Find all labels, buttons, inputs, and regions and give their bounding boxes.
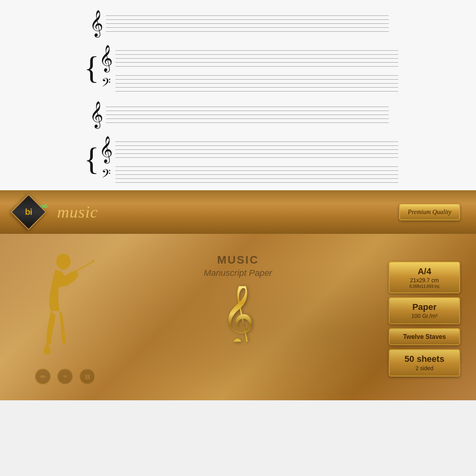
staves-badge: Twelve Staves — [389, 328, 460, 345]
bottom-icons: ✏ ≡ ⊟ — [35, 361, 95, 384]
bi-diamond: bi — [11, 194, 47, 230]
grand-treble-2: 𝄞 — [97, 138, 398, 161]
staff-lines-6 — [115, 166, 398, 182]
brace-1: { — [87, 47, 96, 91]
staff-row-1: 𝄞 — [87, 12, 389, 35]
band-header: bi music Premium Quality — [0, 190, 476, 234]
product-title: MUSIC — [217, 254, 259, 266]
conductor-svg — [16, 250, 95, 361]
paper-badge: Paper 100 Gr./m² — [389, 297, 460, 325]
manuscript-preview: 𝄞 { 𝄞 — [0, 0, 476, 190]
treble-clef-3: 𝄞 — [87, 103, 106, 126]
treble-clef-2: 𝄞 — [97, 47, 115, 70]
grand-staff-2: { 𝄞 𝄢 — [87, 138, 389, 182]
bi-label: bi — [25, 207, 32, 217]
staff-lines-3 — [115, 75, 398, 91]
staff-lines-1 — [106, 15, 389, 31]
brace-2: { — [87, 138, 96, 182]
info-badges: A/4 21x29.7 cm 8,268x11,693 inç Paper 10… — [389, 250, 460, 377]
conductor-area: ✏ ≡ ⊟ — [16, 250, 95, 384]
staff-lines-4 — [106, 107, 389, 122]
grand-staves-1: 𝄞 𝄢 — [97, 47, 398, 91]
treble-clef-1: 𝄞 — [87, 12, 106, 35]
treble-clef-4: 𝄞 — [97, 138, 115, 161]
grand-bass-1: 𝄢 — [97, 75, 398, 91]
paper-main: Paper — [395, 302, 454, 312]
grand-staff-1: { 𝄞 𝄢 — [87, 47, 389, 91]
gold-treble-clef: 𝄞 — [222, 286, 255, 342]
staff-lines-2 — [115, 50, 398, 66]
product-section: ✏ ≡ ⊟ MUSIC Manuscript Paper 𝄞 A/4 21x29… — [0, 234, 476, 400]
premium-quality-badge: Premium Quality — [399, 204, 460, 220]
size-badge: A/4 21x29.7 cm 8,268x11,693 inç — [389, 262, 460, 293]
staff-lines-5 — [115, 141, 398, 157]
pencil-icon: ✏ — [35, 369, 51, 384]
sheets-main: 50 sheets — [395, 354, 454, 364]
bass-clef-1: 𝄢 — [97, 75, 115, 91]
product-subtitle: Manuscript Paper — [204, 268, 272, 278]
music-label: music — [57, 203, 98, 222]
premium-quality-text: Premium Quality — [408, 208, 451, 215]
center-content: MUSIC Manuscript Paper 𝄞 — [95, 250, 381, 342]
sheets-badge: 50 sheets 2 sided — [389, 349, 460, 377]
staves-main: Twelve Staves — [395, 333, 454, 340]
svg-point-0 — [56, 254, 71, 270]
logo-area: bi music — [16, 199, 98, 225]
staff-row-2: 𝄞 — [87, 103, 389, 126]
grand-treble-1: 𝄞 — [97, 47, 398, 70]
size-small: 8,268x11,693 inç — [395, 284, 454, 289]
sheets-sub: 2 sided — [395, 365, 454, 372]
size-sub: 21x29.7 cm — [395, 277, 454, 284]
conductor-figure — [16, 250, 95, 361]
svg-point-1 — [92, 260, 94, 262]
bass-clef-2: 𝄢 — [97, 166, 115, 182]
size-main: A/4 — [395, 266, 454, 277]
grand-bass-2: 𝄢 — [97, 166, 398, 182]
printer-icon: ⊟ — [79, 369, 95, 384]
paper-sub: 100 Gr./m² — [395, 312, 454, 319]
grand-staves-2: 𝄞 𝄢 — [97, 138, 398, 182]
document-icon: ≡ — [57, 369, 73, 384]
